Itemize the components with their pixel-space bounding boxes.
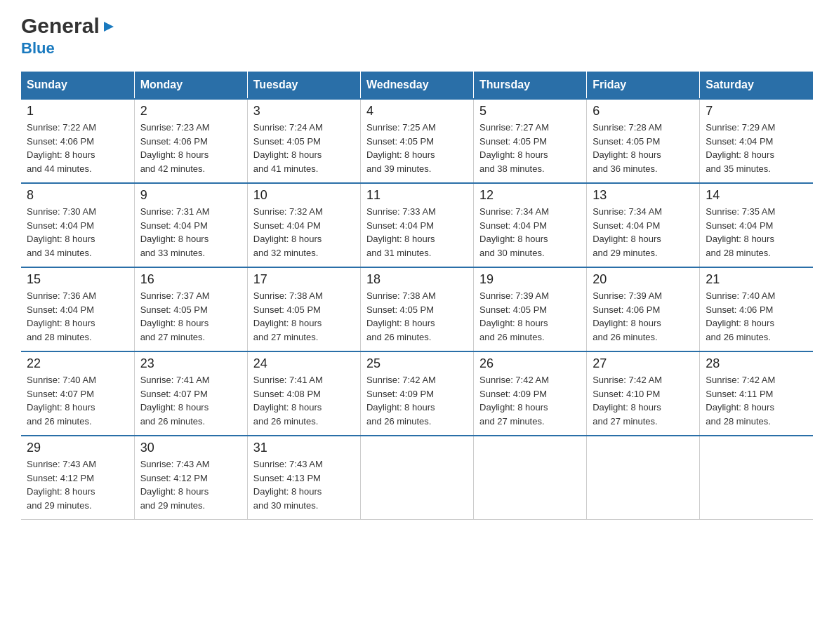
calendar-week-5: 29Sunrise: 7:43 AMSunset: 4:12 PMDayligh… <box>21 436 813 520</box>
calendar-cell: 31Sunrise: 7:43 AMSunset: 4:13 PMDayligh… <box>247 436 360 520</box>
day-info: Sunrise: 7:42 AMSunset: 4:09 PMDaylight:… <box>366 373 468 428</box>
day-info: Sunrise: 7:23 AMSunset: 4:06 PMDaylight:… <box>140 121 241 175</box>
day-number: 31 <box>253 441 355 455</box>
day-info: Sunrise: 7:41 AMSunset: 4:08 PMDaylight:… <box>253 373 355 428</box>
day-info: Sunrise: 7:27 AMSunset: 4:05 PMDaylight:… <box>479 121 581 175</box>
calendar-cell: 11Sunrise: 7:33 AMSunset: 4:04 PMDayligh… <box>360 183 473 267</box>
day-number: 17 <box>253 272 355 287</box>
calendar-cell: 5Sunrise: 7:27 AMSunset: 4:05 PMDaylight… <box>474 99 587 183</box>
calendar-cell: 27Sunrise: 7:42 AMSunset: 4:10 PMDayligh… <box>587 351 700 436</box>
day-number: 7 <box>706 104 807 119</box>
calendar-cell <box>700 436 813 520</box>
day-info: Sunrise: 7:30 AMSunset: 4:04 PMDaylight:… <box>27 205 128 260</box>
calendar-cell: 17Sunrise: 7:38 AMSunset: 4:05 PMDayligh… <box>247 267 360 351</box>
calendar-cell: 6Sunrise: 7:28 AMSunset: 4:05 PMDaylight… <box>587 99 700 183</box>
day-info: Sunrise: 7:25 AMSunset: 4:05 PMDaylight:… <box>366 121 468 175</box>
day-info: Sunrise: 7:22 AMSunset: 4:06 PMDaylight:… <box>27 121 128 175</box>
day-number: 22 <box>27 356 128 371</box>
day-number: 19 <box>479 272 581 287</box>
day-number: 16 <box>140 272 241 287</box>
day-number: 20 <box>593 272 694 287</box>
day-number: 18 <box>366 272 468 287</box>
day-number: 29 <box>27 441 128 455</box>
header-monday: Monday <box>134 72 247 99</box>
day-number: 2 <box>140 104 241 119</box>
calendar-cell: 19Sunrise: 7:39 AMSunset: 4:05 PMDayligh… <box>474 267 587 351</box>
calendar-cell: 14Sunrise: 7:35 AMSunset: 4:04 PMDayligh… <box>700 183 813 267</box>
calendar-cell: 2Sunrise: 7:23 AMSunset: 4:06 PMDaylight… <box>134 99 247 183</box>
calendar-cell: 12Sunrise: 7:34 AMSunset: 4:04 PMDayligh… <box>474 183 587 267</box>
day-number: 27 <box>593 356 694 371</box>
day-info: Sunrise: 7:31 AMSunset: 4:04 PMDaylight:… <box>140 205 241 260</box>
calendar-cell: 7Sunrise: 7:29 AMSunset: 4:04 PMDaylight… <box>700 99 813 183</box>
day-number: 6 <box>593 104 694 119</box>
logo-arrow-icon <box>101 19 117 34</box>
calendar-cell: 20Sunrise: 7:39 AMSunset: 4:06 PMDayligh… <box>587 267 700 351</box>
day-info: Sunrise: 7:38 AMSunset: 4:05 PMDaylight:… <box>366 289 468 344</box>
logo-blue: Blue <box>21 39 55 58</box>
calendar-header-row: SundayMondayTuesdayWednesdayThursdayFrid… <box>21 72 813 99</box>
day-info: Sunrise: 7:37 AMSunset: 4:05 PMDaylight:… <box>140 289 241 344</box>
calendar-cell: 26Sunrise: 7:42 AMSunset: 4:09 PMDayligh… <box>474 351 587 436</box>
calendar-cell: 30Sunrise: 7:43 AMSunset: 4:12 PMDayligh… <box>134 436 247 520</box>
day-number: 12 <box>479 188 581 203</box>
header-friday: Friday <box>587 72 700 99</box>
calendar-cell: 29Sunrise: 7:43 AMSunset: 4:12 PMDayligh… <box>21 436 134 520</box>
calendar-cell: 15Sunrise: 7:36 AMSunset: 4:04 PMDayligh… <box>21 267 134 351</box>
day-number: 28 <box>706 356 807 371</box>
day-number: 9 <box>140 188 241 203</box>
calendar-cell: 18Sunrise: 7:38 AMSunset: 4:05 PMDayligh… <box>360 267 473 351</box>
day-info: Sunrise: 7:43 AMSunset: 4:12 PMDaylight:… <box>27 457 128 512</box>
day-info: Sunrise: 7:41 AMSunset: 4:07 PMDaylight:… <box>140 373 241 428</box>
calendar-cell: 9Sunrise: 7:31 AMSunset: 4:04 PMDaylight… <box>134 183 247 267</box>
calendar-cell: 24Sunrise: 7:41 AMSunset: 4:08 PMDayligh… <box>247 351 360 436</box>
day-info: Sunrise: 7:29 AMSunset: 4:04 PMDaylight:… <box>706 121 807 175</box>
header-saturday: Saturday <box>700 72 813 99</box>
svg-marker-0 <box>104 22 114 32</box>
day-number: 30 <box>140 441 241 455</box>
day-info: Sunrise: 7:40 AMSunset: 4:07 PMDaylight:… <box>27 373 128 428</box>
day-info: Sunrise: 7:38 AMSunset: 4:05 PMDaylight:… <box>253 289 355 344</box>
calendar-cell: 13Sunrise: 7:34 AMSunset: 4:04 PMDayligh… <box>587 183 700 267</box>
day-info: Sunrise: 7:32 AMSunset: 4:04 PMDaylight:… <box>253 205 355 260</box>
day-info: Sunrise: 7:35 AMSunset: 4:04 PMDaylight:… <box>706 205 807 260</box>
calendar-cell <box>587 436 700 520</box>
calendar-cell: 22Sunrise: 7:40 AMSunset: 4:07 PMDayligh… <box>21 351 134 436</box>
day-number: 21 <box>706 272 807 287</box>
calendar-cell <box>360 436 473 520</box>
calendar-cell: 23Sunrise: 7:41 AMSunset: 4:07 PMDayligh… <box>134 351 247 436</box>
calendar-cell: 3Sunrise: 7:24 AMSunset: 4:05 PMDaylight… <box>247 99 360 183</box>
header-wednesday: Wednesday <box>360 72 473 99</box>
header-thursday: Thursday <box>474 72 587 99</box>
calendar-cell: 10Sunrise: 7:32 AMSunset: 4:04 PMDayligh… <box>247 183 360 267</box>
calendar-cell <box>474 436 587 520</box>
day-number: 26 <box>479 356 581 371</box>
calendar-cell: 16Sunrise: 7:37 AMSunset: 4:05 PMDayligh… <box>134 267 247 351</box>
day-info: Sunrise: 7:28 AMSunset: 4:05 PMDaylight:… <box>593 121 694 175</box>
day-info: Sunrise: 7:42 AMSunset: 4:10 PMDaylight:… <box>593 373 694 428</box>
logo-general: General <box>21 14 100 38</box>
page-header: General Blue <box>21 14 813 58</box>
day-number: 13 <box>593 188 694 203</box>
day-number: 4 <box>366 104 468 119</box>
day-number: 14 <box>706 188 807 203</box>
logo: General Blue <box>21 14 117 58</box>
day-info: Sunrise: 7:40 AMSunset: 4:06 PMDaylight:… <box>706 289 807 344</box>
day-number: 11 <box>366 188 468 203</box>
day-info: Sunrise: 7:24 AMSunset: 4:05 PMDaylight:… <box>253 121 355 175</box>
calendar-cell: 4Sunrise: 7:25 AMSunset: 4:05 PMDaylight… <box>360 99 473 183</box>
day-info: Sunrise: 7:36 AMSunset: 4:04 PMDaylight:… <box>27 289 128 344</box>
day-info: Sunrise: 7:42 AMSunset: 4:09 PMDaylight:… <box>479 373 581 428</box>
day-number: 5 <box>479 104 581 119</box>
day-number: 1 <box>27 104 128 119</box>
calendar-table: SundayMondayTuesdayWednesdayThursdayFrid… <box>21 72 813 520</box>
day-info: Sunrise: 7:34 AMSunset: 4:04 PMDaylight:… <box>593 205 694 260</box>
calendar-week-3: 15Sunrise: 7:36 AMSunset: 4:04 PMDayligh… <box>21 267 813 351</box>
day-number: 10 <box>253 188 355 203</box>
day-info: Sunrise: 7:43 AMSunset: 4:12 PMDaylight:… <box>140 457 241 512</box>
day-number: 25 <box>366 356 468 371</box>
day-info: Sunrise: 7:43 AMSunset: 4:13 PMDaylight:… <box>253 457 355 512</box>
day-info: Sunrise: 7:42 AMSunset: 4:11 PMDaylight:… <box>706 373 807 428</box>
calendar-cell: 21Sunrise: 7:40 AMSunset: 4:06 PMDayligh… <box>700 267 813 351</box>
day-number: 23 <box>140 356 241 371</box>
